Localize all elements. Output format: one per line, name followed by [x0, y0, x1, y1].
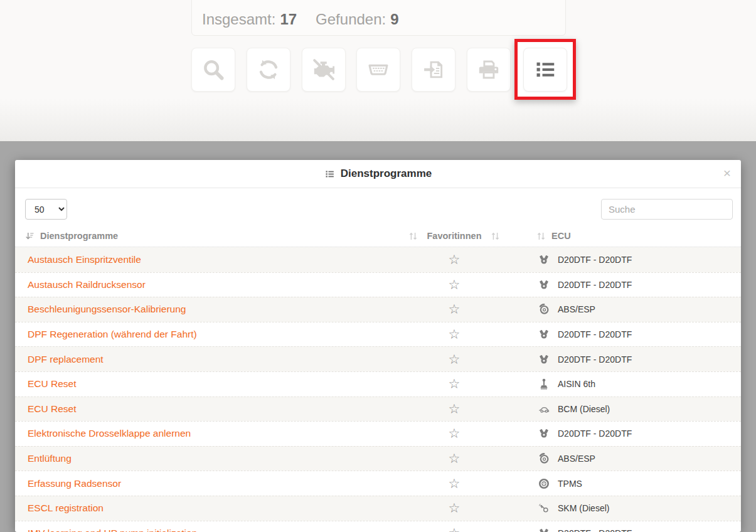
ecu-cell: BCM (Diesel) — [508, 403, 741, 415]
column-label: ECU — [551, 231, 571, 241]
favorite-cell: ☆ — [400, 402, 508, 416]
favorite-cell: ☆ — [400, 377, 508, 391]
ecu-label: D20DTF - D20DTF — [558, 329, 632, 339]
column-header-ecu[interactable]: ECU — [508, 231, 741, 241]
ecu-cell: ABS/ESP — [508, 453, 741, 464]
program-cell: Elektronische Drosselklappe anlernen — [15, 428, 400, 439]
star-outline-icon[interactable]: ☆ — [449, 526, 461, 532]
star-outline-icon[interactable]: ☆ — [449, 402, 461, 416]
star-outline-icon[interactable]: ☆ — [449, 277, 461, 292]
program-link[interactable]: Beschleunigungssensor-Kalibrierung — [28, 304, 186, 314]
engine-disabled-icon — [312, 58, 336, 82]
obd-connector-button[interactable] — [356, 48, 400, 92]
favorite-cell: ☆ — [400, 477, 508, 491]
engine-disabled-button[interactable] — [302, 48, 346, 92]
ecu-label: TPMS — [558, 479, 582, 489]
toolbar — [191, 48, 568, 92]
star-outline-icon[interactable]: ☆ — [449, 302, 461, 316]
table-body: Austausch Einspritzventile ☆ D20DTF - D2… — [15, 247, 741, 532]
star-outline-icon[interactable]: ☆ — [449, 252, 461, 267]
star-outline-icon[interactable]: ☆ — [449, 352, 461, 366]
ecu-label: D20DTF - D20DTF — [558, 354, 632, 364]
brake-disc-icon — [538, 453, 550, 464]
found-label: Gefunden: — [316, 11, 386, 28]
ecu-label: ABS/ESP — [558, 454, 595, 464]
star-outline-icon[interactable]: ☆ — [449, 327, 461, 341]
red-highlight-annotation — [514, 39, 576, 100]
close-icon[interactable]: × — [723, 166, 731, 179]
favorite-cell: ☆ — [400, 353, 508, 366]
program-link[interactable]: Erfassung Radsensor — [28, 478, 121, 489]
column-header-favorites[interactable]: Favoritinnen — [400, 231, 508, 241]
transmission-icon — [538, 378, 550, 390]
program-link[interactable]: ECU Reset — [28, 403, 77, 414]
program-link[interactable]: Elektronische Drosselklappe anlernen — [28, 428, 191, 439]
program-cell: ECU Reset — [15, 403, 400, 415]
favorite-cell: ☆ — [400, 526, 508, 532]
program-cell: Entlüftung — [15, 453, 400, 464]
ecu-cell: D20DTF - D20DTF — [508, 279, 741, 290]
search-input[interactable] — [601, 199, 733, 220]
ecu-label: SKM (Diesel) — [558, 503, 609, 513]
table-controls: 50 — [15, 188, 741, 225]
star-outline-icon[interactable]: ☆ — [449, 451, 461, 466]
list-icon — [324, 169, 335, 179]
printer-button[interactable] — [467, 48, 511, 92]
refresh-button[interactable] — [247, 48, 290, 92]
brake-disc-icon — [538, 304, 550, 315]
list-button[interactable] — [523, 48, 567, 92]
star-outline-icon[interactable]: ☆ — [449, 376, 461, 391]
table-row: Austausch Einspritzventile ☆ D20DTF - D2… — [15, 247, 741, 272]
car-body-icon — [538, 403, 550, 415]
modal-header: Dienstprogramme × — [15, 160, 741, 188]
ecu-label: D20DTF - D20DTF — [558, 528, 632, 532]
table-row: ECU Reset ☆ AISIN 6th — [15, 371, 741, 396]
export-button[interactable] — [412, 48, 455, 92]
table-row: Elektronische Drosselklappe anlernen ☆ D… — [15, 421, 741, 446]
sort-both-icon — [491, 231, 500, 241]
program-cell: DPF Regeneration (während der Fahrt) — [15, 329, 400, 340]
favorite-cell: ☆ — [400, 427, 508, 440]
modal-title: Dienstprogramme — [341, 168, 432, 180]
program-cell: Austausch Raildrucksensor — [15, 279, 400, 290]
sort-both-icon — [536, 231, 546, 241]
page-size-select[interactable]: 50 — [25, 199, 67, 220]
obd-connector-icon — [366, 58, 390, 82]
star-outline-icon[interactable]: ☆ — [449, 426, 461, 440]
column-label: Dienstprogramme — [40, 231, 118, 241]
ecu-label: AISIN 6th — [558, 379, 595, 389]
top-panel: Insgesamt: 17 Gefunden: 9 — [0, 0, 756, 141]
engine-icon — [538, 354, 550, 365]
program-link[interactable]: IMV learning and HP pump initialization — [28, 528, 197, 532]
table-row: ECU Reset ☆ BCM (Diesel) — [15, 396, 741, 422]
search-button[interactable] — [191, 48, 235, 92]
ecu-cell: D20DTF - D20DTF — [508, 354, 741, 365]
ecu-cell: D20DTF - D20DTF — [508, 329, 741, 340]
program-link[interactable]: DPF Regeneration (während der Fahrt) — [28, 329, 197, 339]
column-header-programs[interactable]: Dienstprogramme — [15, 231, 400, 241]
star-outline-icon[interactable]: ☆ — [449, 501, 461, 515]
ecu-label: D20DTF - D20DTF — [558, 280, 632, 290]
table-row: DPF replacement ☆ D20DTF - D20DTF — [15, 346, 741, 371]
favorite-cell: ☆ — [400, 452, 508, 466]
refresh-icon — [257, 58, 280, 82]
ecu-label: ABS/ESP — [558, 304, 595, 314]
table-row: DPF Regeneration (während der Fahrt) ☆ D… — [15, 322, 741, 347]
table-row: IMV learning and HP pump initialization … — [15, 521, 741, 532]
program-link[interactable]: Austausch Raildrucksensor — [28, 279, 146, 290]
ecu-cell: D20DTF - D20DTF — [508, 428, 741, 439]
table-row: Beschleunigungssensor-Kalibrierung ☆ ABS… — [15, 297, 741, 322]
favorite-cell: ☆ — [400, 278, 508, 292]
star-outline-icon[interactable]: ☆ — [449, 476, 461, 491]
program-link[interactable]: ECU Reset — [28, 378, 77, 389]
favorite-cell: ☆ — [400, 253, 508, 267]
program-link[interactable]: DPF replacement — [28, 354, 104, 364]
program-link[interactable]: Entlüftung — [28, 453, 72, 464]
ecu-label: BCM (Diesel) — [558, 404, 610, 414]
ecu-cell: D20DTF - D20DTF — [508, 528, 741, 532]
key-fob-icon — [538, 503, 550, 514]
found-value: 9 — [390, 11, 398, 28]
program-link[interactable]: ESCL registration — [28, 503, 104, 513]
program-link[interactable]: Austausch Einspritzventile — [28, 254, 141, 265]
program-cell: Austausch Einspritzventile — [15, 254, 400, 265]
